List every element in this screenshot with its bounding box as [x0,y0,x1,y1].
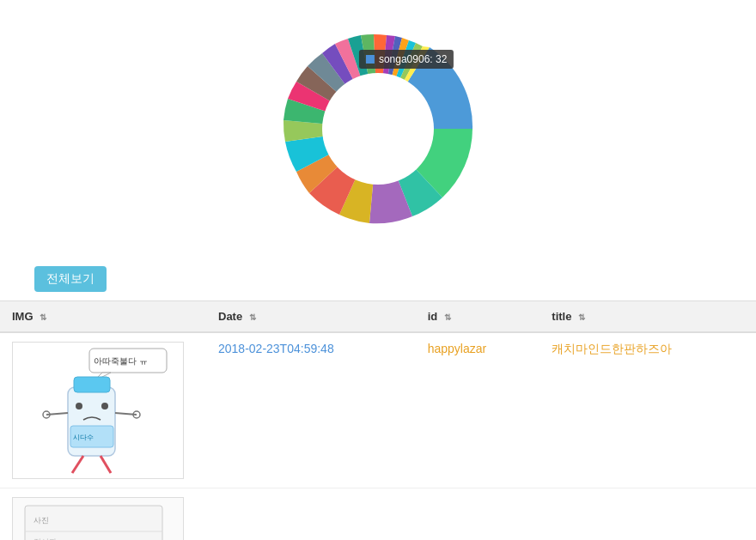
col-header-date[interactable]: Date ⇅ [206,301,416,333]
svg-point-6 [76,403,82,410]
chart-area: songa0906: 32 [0,0,756,266]
table-body: 아따죽불다 ㅠ 시다수 [0,332,756,540]
tooltip-text: songa0906: 32 [379,53,447,65]
row2-image: 사진 전시과 [12,497,184,540]
col-header-id[interactable]: id ⇅ [416,301,540,333]
cell-id-1[interactable]: happylazar [416,332,540,488]
cell-id-2[interactable] [416,488,540,541]
cell-img-2: 사진 전시과 [0,488,206,541]
col-label-date: Date [218,310,242,323]
sort-arrows-title: ⇅ [578,312,585,322]
view-all-button[interactable]: 전체보기 [34,266,107,292]
col-header-title[interactable]: title ⇅ [540,301,756,333]
svg-text:시다수: 시다수 [73,434,94,441]
cell-date-1[interactable]: 2018-02-23T04:59:48 [206,332,416,488]
svg-rect-5 [74,377,110,392]
table-row: 사진 전시과 [0,488,756,541]
svg-text:아따죽불다 ㅠ: 아따죽불다 ㅠ [94,356,148,366]
cell-title-2[interactable] [540,488,756,541]
svg-point-0 [322,73,434,185]
row1-image: 아따죽불다 ㅠ 시다수 [12,342,184,479]
tooltip-color-swatch [366,55,375,64]
sort-arrows-id: ⇅ [444,312,451,322]
cell-img-1: 아따죽불다 ㅠ 시다수 [0,332,206,488]
col-label-title: title [552,310,571,323]
col-header-img[interactable]: IMG ⇅ [0,301,206,333]
row2-svg: 사진 전시과 [21,501,175,540]
sort-arrows-date: ⇅ [249,312,256,322]
bottle-svg: 아따죽불다 ㅠ 시다수 [16,344,180,477]
col-label-img: IMG [12,310,34,323]
cell-title-1[interactable]: 캐치마인드한판하즈아 [540,332,756,488]
col-label-id: id [428,310,438,323]
cell-date-2[interactable] [206,488,416,541]
svg-text:사진: 사진 [34,516,49,525]
svg-line-15 [101,456,111,473]
table-row: 아따죽불다 ㅠ 시다수 [0,332,756,488]
chart-tooltip: songa0906: 32 [359,50,454,69]
table-header: IMG ⇅ Date ⇅ id ⇅ title ⇅ [0,301,756,333]
button-row: 전체보기 [0,266,756,300]
data-table: IMG ⇅ Date ⇅ id ⇅ title ⇅ [0,300,756,540]
sort-arrows-img: ⇅ [40,312,46,322]
svg-line-14 [72,456,83,473]
svg-point-7 [101,403,108,410]
donut-chart: songa0906: 32 [266,17,490,240]
